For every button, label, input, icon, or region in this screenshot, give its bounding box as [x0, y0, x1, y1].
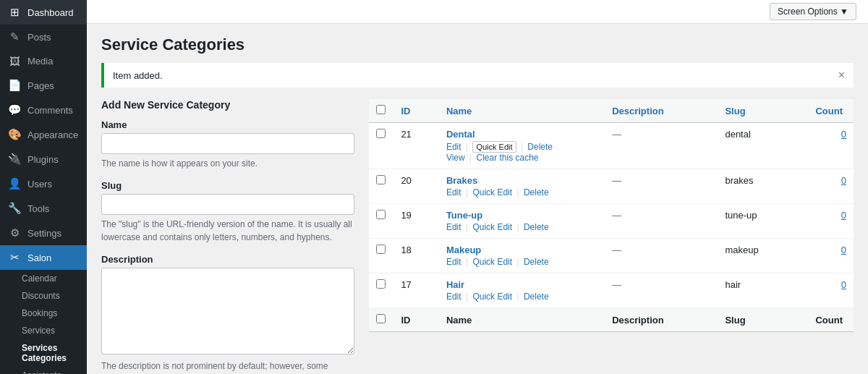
col-name-header: Name [439, 99, 605, 123]
sidebar-item-posts[interactable]: ✎ Posts [0, 25, 87, 49]
form-heading: Add New Service Category [101, 99, 354, 111]
count-link-18[interactable]: 0 [841, 245, 846, 255]
quick-edit-link[interactable]: Quick Edit [472, 257, 512, 267]
row-name-20: Brakes Edit | Quick Edit | Delete [439, 169, 605, 204]
edit-link[interactable]: Edit [446, 142, 461, 152]
slug-input[interactable] [101, 194, 354, 215]
sidebar-item-label: Users [27, 179, 52, 190]
row-count-17: 0 [808, 273, 854, 308]
sidebar-item-salon[interactable]: ✂ Salon [0, 245, 87, 270]
sidebar-item-label: Tools [27, 203, 49, 214]
sidebar-item-appearance[interactable]: 🎨 Appearance [0, 122, 87, 147]
delete-link[interactable]: Delete [524, 187, 549, 197]
count-link-20[interactable]: 0 [841, 175, 846, 186]
row-slug-20: brakes [718, 169, 808, 204]
delete-link[interactable]: Delete [524, 257, 549, 267]
submenu-assistants[interactable]: Assistants [0, 367, 87, 374]
row-name-link-19[interactable]: Tune-up [446, 210, 482, 221]
notice-message: Item added. [113, 70, 163, 81]
row-name-19: Tune-up Edit | Quick Edit | Delete [439, 204, 605, 239]
submenu-discounts[interactable]: Discounts [0, 287, 87, 305]
row-description-18: — [605, 239, 718, 273]
edit-link[interactable]: Edit [446, 292, 461, 302]
row-checkbox-21[interactable] [376, 129, 386, 138]
name-input[interactable] [101, 133, 354, 154]
count-link-19[interactable]: 0 [841, 210, 846, 221]
quick-edit-link[interactable]: Quick Edit [472, 292, 512, 302]
row-id-18: 18 [393, 239, 439, 273]
row-name-link-17[interactable]: Hair [446, 279, 464, 290]
submenu-services[interactable]: Services [0, 322, 87, 339]
media-icon: 🖼 [7, 55, 22, 67]
sidebar-item-pages[interactable]: 📄 Pages [0, 73, 87, 98]
description-sort-link[interactable]: Description [612, 106, 664, 116]
select-all-checkbox[interactable] [376, 105, 386, 114]
footer-col-name: Name [439, 308, 605, 332]
sidebar-item-label: Settings [27, 228, 61, 239]
submenu-bookings[interactable]: Bookings [0, 305, 87, 322]
row-name-link-20[interactable]: Brakes [446, 175, 477, 186]
table-row: 21Dental Edit | Quick Edit | Delete View… [369, 123, 854, 169]
submenu-calendar[interactable]: Calendar [0, 270, 87, 287]
row-checkbox-19[interactable] [376, 210, 386, 219]
row-name-link-18[interactable]: Makeup [446, 245, 481, 255]
row-description-21: — [605, 123, 718, 169]
comments-icon: 💬 [7, 103, 22, 116]
table-row: 19Tune-up Edit | Quick Edit | Delete —tu… [369, 204, 854, 239]
name-sort-link[interactable]: Name [446, 106, 472, 116]
row-id-19: 19 [393, 204, 439, 239]
id-sort-link[interactable]: ID [401, 106, 410, 116]
tools-icon: 🔧 [7, 202, 22, 215]
sidebar-item-users[interactable]: 👤 Users [0, 171, 87, 196]
sidebar-item-dashboard[interactable]: ⊞ Dashboard [0, 0, 87, 25]
sidebar-item-comments[interactable]: 💬 Comments [0, 98, 87, 122]
delete-link[interactable]: Delete [527, 142, 553, 152]
row-checkbox-18[interactable] [376, 245, 386, 254]
clear-cache-link[interactable]: Clear this cache [477, 153, 539, 163]
description-label: Description [101, 254, 354, 265]
sidebar-item-label: Appearance [27, 129, 78, 140]
slug-sort-link[interactable]: Slug [725, 106, 745, 116]
description-hint: The description is not prominent by defa… [101, 360, 354, 374]
row-checkbox-20[interactable] [376, 175, 386, 184]
sidebar-item-tools[interactable]: 🔧 Tools [0, 196, 87, 221]
slug-hint: The "slug" is the URL-friendly version o… [101, 218, 354, 244]
select-all-footer-checkbox[interactable] [376, 314, 386, 323]
sidebar-item-plugins[interactable]: 🔌 Plugins [0, 147, 87, 171]
edit-link[interactable]: Edit [446, 222, 461, 232]
description-textarea[interactable] [101, 268, 354, 354]
quick-edit-link[interactable]: Quick Edit [472, 222, 512, 232]
row-count-18: 0 [808, 239, 854, 273]
quick-edit-link[interactable]: Quick Edit [472, 187, 512, 197]
quick-edit-button[interactable]: Quick Edit [472, 141, 516, 153]
sidebar-item-media[interactable]: 🖼 Media [0, 49, 87, 73]
notice-close-button[interactable]: × [838, 69, 845, 82]
appearance-icon: 🎨 [7, 128, 22, 141]
sidebar-item-label: Posts [27, 32, 51, 43]
sidebar-item-settings[interactable]: ⚙ Settings [0, 221, 87, 245]
row-slug-18: makeup [718, 239, 808, 273]
row-name-17: Hair Edit | Quick Edit | Delete [439, 273, 605, 308]
count-link-21[interactable]: 0 [841, 129, 846, 140]
row-checkbox-17[interactable] [376, 279, 386, 289]
submenu-services-categories[interactable]: Services Categories [0, 339, 87, 367]
view-link[interactable]: View [446, 153, 465, 163]
dashboard-icon: ⊞ [7, 6, 22, 19]
count-sort-link[interactable]: Count [815, 106, 843, 116]
footer-col-id: ID [393, 308, 439, 332]
footer-col-checkbox [369, 308, 393, 332]
edit-link[interactable]: Edit [446, 187, 461, 197]
edit-link[interactable]: Edit [446, 257, 461, 267]
sidebar-item-label: Comments [27, 105, 73, 116]
delete-link[interactable]: Delete [524, 292, 549, 302]
row-count-19: 0 [808, 204, 854, 239]
count-link-17[interactable]: 0 [841, 279, 846, 290]
sidebar-item-label: Media [27, 56, 53, 67]
delete-link[interactable]: Delete [524, 222, 549, 232]
row-count-20: 0 [808, 169, 854, 204]
pages-icon: 📄 [7, 79, 22, 92]
row-name-link-21[interactable]: Dental [446, 129, 475, 140]
col-slug-header: Slug [718, 99, 808, 123]
screen-options-button[interactable]: Screen Options ▼ [770, 3, 856, 20]
row-slug-17: hair [718, 273, 808, 308]
